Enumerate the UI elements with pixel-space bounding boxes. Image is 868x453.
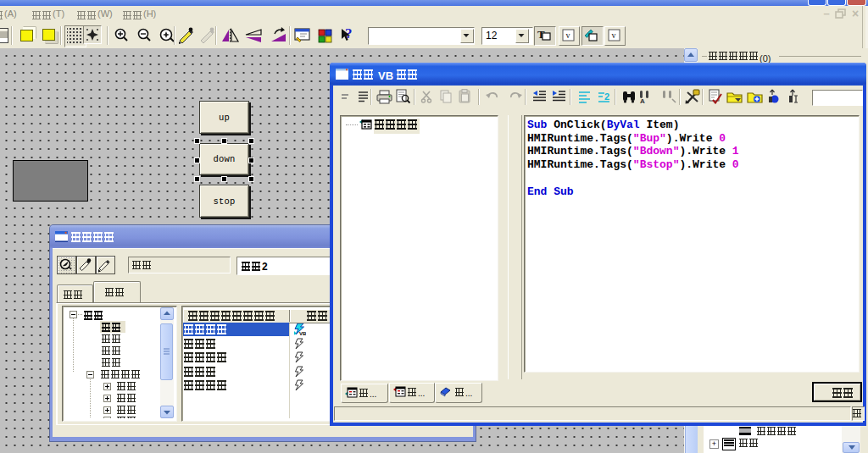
svg-text:2: 2 xyxy=(604,91,609,102)
svg-text:v: v xyxy=(611,30,615,40)
svg-text:VB: VB xyxy=(299,331,306,336)
svg-text:A: A xyxy=(640,97,645,104)
svg-text:v: v xyxy=(565,30,570,40)
